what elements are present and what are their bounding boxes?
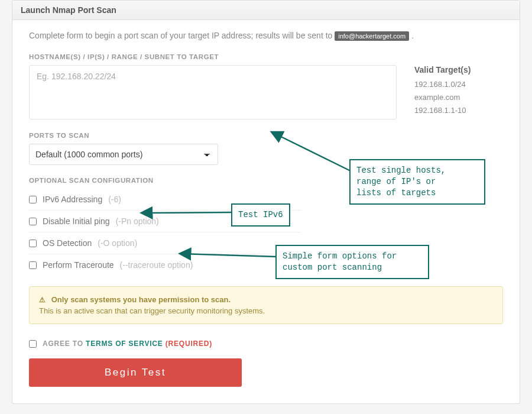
option-flag: (-Pn option) (116, 216, 159, 226)
warning-body: This is an active scan that can trigger … (39, 306, 493, 315)
panel-body: Complete form to begin a port scan of yo… (12, 20, 520, 403)
form-panel: Launch Nmap Port Scan Complete form to b… (12, 0, 520, 404)
option-flag: (-O option) (98, 238, 137, 248)
begin-test-button[interactable]: Begin Test (29, 358, 242, 387)
checkbox-os-detection[interactable] (29, 240, 37, 247)
option-label: OS Detection (43, 238, 92, 248)
target-label: HOSTNAME(S) / IP(S) / RANGE / SUBNET TO … (29, 53, 503, 60)
option-label: Perform Traceroute (43, 260, 114, 270)
agree-required: (REQUIRED) (166, 339, 212, 348)
agree-row[interactable]: AGREE TO TERMS OF SERVICE (REQUIRED) (29, 339, 503, 348)
email-badge: info@hackertarget.com (335, 31, 409, 41)
checkbox-traceroute[interactable] (29, 261, 37, 269)
checkbox-ipv6[interactable] (29, 196, 37, 203)
intro-text: Complete form to begin a port scan of yo… (29, 31, 503, 40)
checkbox-disable-ping[interactable] (29, 218, 37, 225)
warning-title: Only scan systems you have permission to… (51, 295, 231, 304)
valid-targets-heading: Valid Target(s) (414, 65, 503, 75)
option-label: Disable Initial ping (43, 216, 110, 226)
annotation-ipv6: Test IPv6 (231, 203, 290, 227)
valid-target-example: 192.168.1.0/24 (414, 78, 503, 91)
option-flag: (-6) (108, 195, 121, 204)
valid-target-example: example.com (414, 91, 503, 104)
option-flag: (--traceroute option) (120, 260, 193, 270)
ports-label: PORTS TO SCAN (29, 132, 503, 139)
valid-target-example: 192.168.1.1-10 (414, 104, 503, 117)
option-label: IPv6 Addressing (43, 195, 102, 204)
warning-icon: ⚠ (39, 296, 46, 304)
checkbox-agree[interactable] (29, 340, 37, 348)
tos-link[interactable]: TERMS OF SERVICE (86, 339, 163, 348)
intro-suffix: . (411, 31, 414, 40)
annotation-options: Simple form options for custom port scan… (275, 245, 429, 279)
intro-prefix: Complete form to begin a port scan of yo… (29, 31, 335, 40)
ports-select[interactable]: Default (1000 common ports) (29, 144, 218, 165)
warning-alert: ⚠ Only scan systems you have permission … (29, 286, 503, 324)
panel-title: Launch Nmap Port Scan (12, 1, 520, 20)
target-input[interactable] (29, 65, 397, 119)
agree-prefix: AGREE TO (43, 339, 83, 348)
option-traceroute[interactable]: Perform Traceroute (--traceroute option) (29, 254, 301, 276)
annotation-targets: Test single hosts, range of IP's or list… (349, 159, 485, 205)
option-os-detection[interactable]: OS Detection (-O option) (29, 232, 301, 254)
valid-targets-list: 192.168.1.0/24 example.com 192.168.1.1-1… (414, 78, 503, 117)
